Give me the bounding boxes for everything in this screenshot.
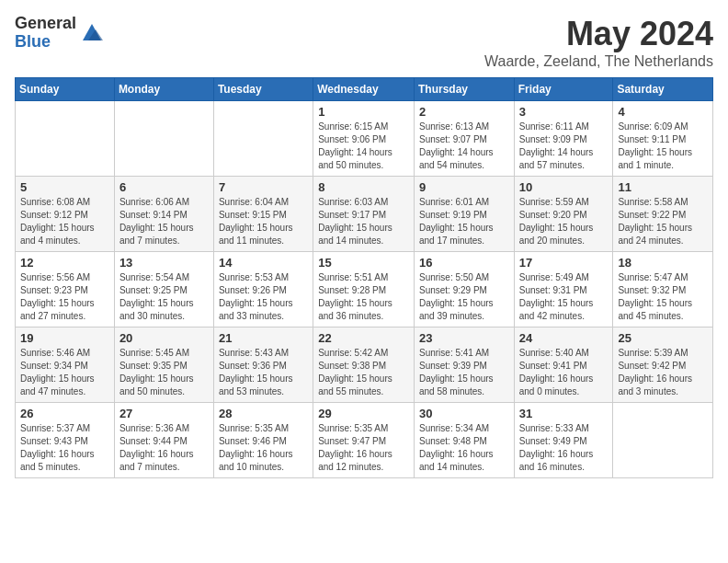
day-info: Sunrise: 5:33 AM Sunset: 9:49 PM Dayligh…	[519, 422, 609, 474]
calendar-cell: 1Sunrise: 6:15 AM Sunset: 9:06 PM Daylig…	[313, 101, 415, 177]
calendar-cell: 21Sunrise: 5:43 AM Sunset: 9:36 PM Dayli…	[213, 327, 313, 403]
title-block: May 2024 Waarde, Zeeland, The Netherland…	[484, 15, 713, 70]
day-number: 17	[519, 256, 609, 270]
day-number: 29	[318, 407, 409, 420]
calendar-cell: 17Sunrise: 5:49 AM Sunset: 9:31 PM Dayli…	[514, 252, 613, 327]
calendar-cell: 3Sunrise: 6:11 AM Sunset: 9:09 PM Daylig…	[514, 101, 613, 177]
day-info: Sunrise: 5:58 AM Sunset: 9:22 PM Dayligh…	[618, 196, 708, 247]
day-number: 13	[119, 256, 209, 270]
day-info: Sunrise: 6:11 AM Sunset: 9:09 PM Dayligh…	[519, 121, 609, 172]
day-number: 20	[119, 331, 209, 345]
day-number: 9	[419, 180, 509, 194]
day-info: Sunrise: 5:37 AM Sunset: 9:43 PM Dayligh…	[20, 422, 109, 474]
calendar-cell: 16Sunrise: 5:50 AM Sunset: 9:29 PM Dayli…	[414, 252, 514, 327]
location: Waarde, Zeeland, The Netherlands	[484, 53, 713, 70]
day-number: 2	[419, 105, 509, 119]
day-number: 24	[519, 331, 609, 345]
calendar-cell	[613, 403, 713, 478]
day-number: 4	[618, 105, 708, 119]
day-info: Sunrise: 5:54 AM Sunset: 9:25 PM Dayligh…	[119, 271, 209, 323]
calendar-cell: 8Sunrise: 6:03 AM Sunset: 9:17 PM Daylig…	[313, 177, 415, 252]
calendar-cell: 23Sunrise: 5:41 AM Sunset: 9:39 PM Dayli…	[414, 327, 514, 403]
calendar-cell: 2Sunrise: 6:13 AM Sunset: 9:07 PM Daylig…	[414, 101, 514, 177]
calendar-cell: 18Sunrise: 5:47 AM Sunset: 9:32 PM Dayli…	[613, 252, 713, 327]
calendar-cell: 11Sunrise: 5:58 AM Sunset: 9:22 PM Dayli…	[613, 177, 713, 252]
day-number: 16	[419, 256, 509, 270]
logo-icon	[79, 20, 105, 46]
day-info: Sunrise: 6:09 AM Sunset: 9:11 PM Dayligh…	[618, 121, 708, 172]
day-number: 21	[219, 331, 308, 345]
logo-general: General	[15, 15, 76, 33]
calendar-cell: 30Sunrise: 5:34 AM Sunset: 9:48 PM Dayli…	[414, 403, 514, 478]
logo-text: General Blue	[15, 15, 76, 52]
day-info: Sunrise: 6:15 AM Sunset: 9:06 PM Dayligh…	[318, 121, 409, 172]
calendar-cell: 20Sunrise: 5:45 AM Sunset: 9:35 PM Dayli…	[114, 327, 213, 403]
day-number: 19	[20, 331, 109, 345]
day-number: 7	[219, 180, 308, 194]
calendar-cell: 5Sunrise: 6:08 AM Sunset: 9:12 PM Daylig…	[16, 177, 115, 252]
calendar-cell: 19Sunrise: 5:46 AM Sunset: 9:34 PM Dayli…	[16, 327, 115, 403]
day-info: Sunrise: 5:51 AM Sunset: 9:28 PM Dayligh…	[318, 271, 409, 323]
logo: General Blue	[15, 15, 105, 52]
day-number: 1	[318, 105, 409, 119]
day-number: 31	[519, 407, 609, 420]
calendar-cell	[114, 101, 213, 177]
day-number: 27	[119, 407, 209, 420]
calendar-cell: 12Sunrise: 5:56 AM Sunset: 9:23 PM Dayli…	[16, 252, 115, 327]
calendar-cell: 24Sunrise: 5:40 AM Sunset: 9:41 PM Dayli…	[514, 327, 613, 403]
day-number: 14	[219, 256, 308, 270]
day-number: 26	[20, 407, 109, 420]
weekday-header: Wednesday	[313, 78, 415, 101]
calendar-week-row: 12Sunrise: 5:56 AM Sunset: 9:23 PM Dayli…	[16, 252, 713, 327]
day-info: Sunrise: 6:08 AM Sunset: 9:12 PM Dayligh…	[20, 196, 109, 247]
day-info: Sunrise: 5:59 AM Sunset: 9:20 PM Dayligh…	[519, 196, 609, 247]
day-number: 28	[219, 407, 308, 420]
calendar-cell: 22Sunrise: 5:42 AM Sunset: 9:38 PM Dayli…	[313, 327, 415, 403]
day-info: Sunrise: 5:49 AM Sunset: 9:31 PM Dayligh…	[519, 271, 609, 323]
calendar-cell	[213, 101, 313, 177]
calendar-cell	[16, 101, 115, 177]
calendar-week-row: 5Sunrise: 6:08 AM Sunset: 9:12 PM Daylig…	[16, 177, 713, 252]
day-info: Sunrise: 6:13 AM Sunset: 9:07 PM Dayligh…	[419, 121, 509, 172]
day-number: 18	[618, 256, 708, 270]
calendar-week-row: 19Sunrise: 5:46 AM Sunset: 9:34 PM Dayli…	[16, 327, 713, 403]
calendar: SundayMondayTuesdayWednesdayThursdayFrid…	[15, 77, 713, 478]
day-info: Sunrise: 5:47 AM Sunset: 9:32 PM Dayligh…	[618, 271, 708, 323]
calendar-cell: 4Sunrise: 6:09 AM Sunset: 9:11 PM Daylig…	[613, 101, 713, 177]
calendar-cell: 29Sunrise: 5:35 AM Sunset: 9:47 PM Dayli…	[313, 403, 415, 478]
calendar-cell: 6Sunrise: 6:06 AM Sunset: 9:14 PM Daylig…	[114, 177, 213, 252]
calendar-cell: 10Sunrise: 5:59 AM Sunset: 9:20 PM Dayli…	[514, 177, 613, 252]
day-info: Sunrise: 5:36 AM Sunset: 9:44 PM Dayligh…	[119, 422, 209, 474]
day-number: 30	[419, 407, 509, 420]
calendar-week-row: 26Sunrise: 5:37 AM Sunset: 9:43 PM Dayli…	[16, 403, 713, 478]
calendar-cell: 9Sunrise: 6:01 AM Sunset: 9:19 PM Daylig…	[414, 177, 514, 252]
day-number: 8	[318, 180, 409, 194]
weekday-header: Sunday	[16, 78, 115, 101]
day-number: 6	[119, 180, 209, 194]
calendar-header-row: SundayMondayTuesdayWednesdayThursdayFrid…	[16, 78, 713, 101]
day-info: Sunrise: 5:45 AM Sunset: 9:35 PM Dayligh…	[119, 347, 209, 398]
calendar-cell: 27Sunrise: 5:36 AM Sunset: 9:44 PM Dayli…	[114, 403, 213, 478]
day-info: Sunrise: 5:50 AM Sunset: 9:29 PM Dayligh…	[419, 271, 509, 323]
day-info: Sunrise: 6:01 AM Sunset: 9:19 PM Dayligh…	[419, 196, 509, 247]
day-info: Sunrise: 6:03 AM Sunset: 9:17 PM Dayligh…	[318, 196, 409, 247]
calendar-cell: 7Sunrise: 6:04 AM Sunset: 9:15 PM Daylig…	[213, 177, 313, 252]
month-title: May 2024	[484, 15, 713, 53]
day-info: Sunrise: 5:53 AM Sunset: 9:26 PM Dayligh…	[219, 271, 308, 323]
weekday-header: Tuesday	[213, 78, 313, 101]
day-info: Sunrise: 5:34 AM Sunset: 9:48 PM Dayligh…	[419, 422, 509, 474]
weekday-header: Friday	[514, 78, 613, 101]
calendar-week-row: 1Sunrise: 6:15 AM Sunset: 9:06 PM Daylig…	[16, 101, 713, 177]
day-info: Sunrise: 5:56 AM Sunset: 9:23 PM Dayligh…	[20, 271, 109, 323]
calendar-cell: 26Sunrise: 5:37 AM Sunset: 9:43 PM Dayli…	[16, 403, 115, 478]
day-info: Sunrise: 5:42 AM Sunset: 9:38 PM Dayligh…	[318, 347, 409, 398]
day-info: Sunrise: 5:35 AM Sunset: 9:47 PM Dayligh…	[318, 422, 409, 474]
calendar-cell: 28Sunrise: 5:35 AM Sunset: 9:46 PM Dayli…	[213, 403, 313, 478]
day-number: 22	[318, 331, 409, 345]
day-number: 10	[519, 180, 609, 194]
day-info: Sunrise: 5:43 AM Sunset: 9:36 PM Dayligh…	[219, 347, 308, 398]
calendar-cell: 25Sunrise: 5:39 AM Sunset: 9:42 PM Dayli…	[613, 327, 713, 403]
day-number: 23	[419, 331, 509, 345]
day-info: Sunrise: 5:35 AM Sunset: 9:46 PM Dayligh…	[219, 422, 308, 474]
day-info: Sunrise: 6:06 AM Sunset: 9:14 PM Dayligh…	[119, 196, 209, 247]
